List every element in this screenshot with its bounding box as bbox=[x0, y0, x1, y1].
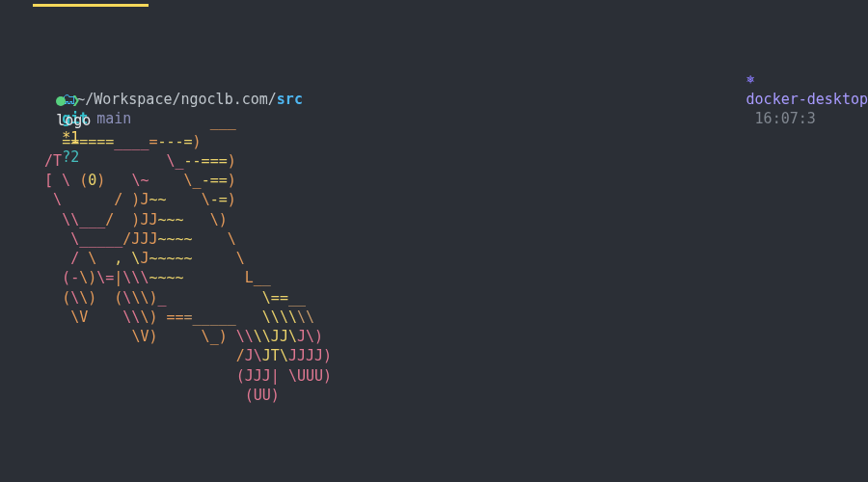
ascii-logo: ___ ======____=---=) /T \_--===) [ \ (0)… bbox=[27, 93, 332, 424]
kube-icon: ⎈ bbox=[746, 70, 755, 88]
terminal-window: 🗂~/Workspace/ngoclb.com/src git main *1 … bbox=[0, 0, 868, 482]
active-tab-underline bbox=[33, 4, 149, 7]
clock-time: 16:07:3 bbox=[755, 110, 816, 127]
prompt-right-status: ⎈ docker-desktop 16:07:3 bbox=[711, 50, 868, 147]
kube-context: docker-desktop bbox=[746, 91, 868, 108]
